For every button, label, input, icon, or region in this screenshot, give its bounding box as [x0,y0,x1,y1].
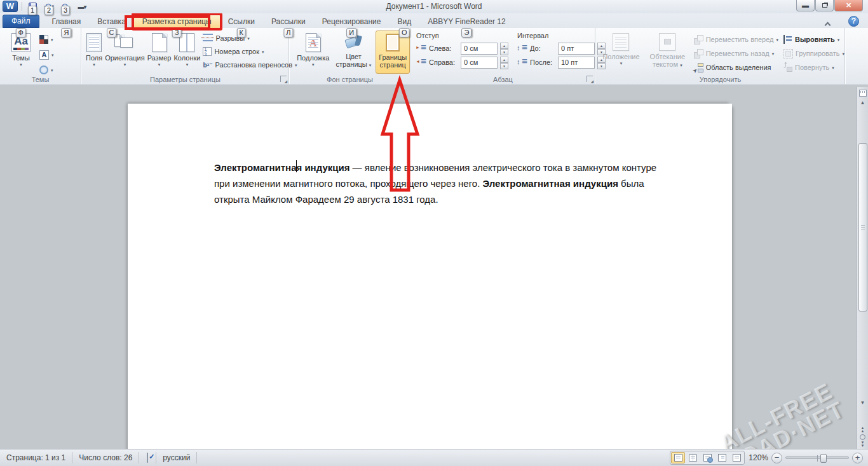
tab-review[interactable]: Рецензирование И [314,15,390,28]
theme-colors-button[interactable]: ▾ [39,33,54,46]
line-numbers-button[interactable]: 123 Номера строк ▾ [203,45,297,58]
dropdown-arrow-icon: ▾ [247,36,250,41]
hyphenation-button[interactable]: bᵃ⁻ Расстановка переносов ▾ [203,58,297,71]
keytip-file: Ф [16,28,26,38]
zoom-slider-thumb[interactable] [820,454,827,463]
tab-view[interactable]: Вид О [389,15,419,28]
ruler-toggle-button[interactable] [859,90,867,97]
position-button[interactable]: Положение ▾ [601,31,641,74]
selection-pane-button[interactable]: Область выделения [694,61,778,74]
zoom-slider[interactable] [785,456,849,459]
language-indicator[interactable]: русский [156,452,197,463]
chevron-up-icon [824,22,831,29]
paragraph-segment: Электромагнитная индукция [482,178,618,189]
outline-view-icon [718,454,726,462]
tab-references[interactable]: Ссылки К [220,15,263,28]
restore-icon [822,3,827,8]
scroll-up-button[interactable]: ▲ [858,98,868,108]
vertical-scrollbar[interactable]: ▲ ▼ ▲▲ ▼▼ [857,87,868,449]
tab-abbyy-finereader[interactable]: ABBYY FineReader 12 Э [419,15,514,28]
watermark-button[interactable]: A Подложка ▾ [295,31,332,74]
theme-fonts-button[interactable]: A▾ [39,48,54,61]
selection-pane-icon [694,63,703,72]
close-button[interactable]: ✕ [834,0,863,11]
restore-button[interactable] [815,0,834,11]
web-layout-view-button[interactable] [700,452,714,463]
tab-insert[interactable]: Вставка С [89,15,134,28]
previous-page-button[interactable]: ▲▲ [861,427,865,433]
document-page[interactable]: Электромагнитная индукция — явление возн… [128,104,732,449]
outline-view-button[interactable] [715,452,729,463]
zoom-in-button[interactable]: + [852,453,863,463]
indent-left-input[interactable]: 0 см [461,43,498,55]
tab-mailings[interactable]: Рассылки Л [263,15,314,28]
keytip-page-layout: З [172,28,182,38]
draft-view-icon [733,454,741,462]
site-watermark: ALL-FREE LOAD·NET [714,379,848,449]
theme-effects-button[interactable]: ▾ [39,64,54,76]
zoom-level-label[interactable]: 120% [749,453,768,462]
wrap-text-button[interactable]: Обтекание текстом ▾ [646,31,689,74]
keytip-repeat: 3 [61,6,70,15]
help-button[interactable]: ? [848,16,859,27]
fullscreen-reading-view-button[interactable] [686,452,700,463]
indent-right-input[interactable]: 0 см [461,57,498,69]
spacing-after-icon [517,58,527,67]
scroll-thumb[interactable] [858,143,867,312]
ribbon: Aa Темы ▾ ▾ A▾ ▾ Темы Поля [0,28,868,85]
scroll-down-button[interactable]: ▼ [858,398,868,408]
group-objects-button[interactable]: Группировать ▾ [783,47,844,60]
theme-fonts-icon: A [39,50,49,60]
tab-file[interactable]: Файл Ф [3,15,39,28]
margins-button[interactable]: Поля ▾ [86,31,102,71]
dropdown-arrow-icon: ▾ [772,51,775,56]
indent-left-icon [416,44,426,53]
size-button[interactable]: Размер ▾ [147,31,172,71]
dropdown-arrow-icon: ▾ [93,62,95,67]
spacing-before-icon [517,44,527,53]
align-button[interactable]: Выровнять ▾ [783,33,844,46]
group-title-page-background: Фон страницы [290,76,410,83]
dropdown-arrow-icon: ▾ [620,61,623,65]
minimize-button[interactable]: ▬ [796,0,815,11]
align-icon [783,35,792,44]
word-count-indicator[interactable]: Число слов: 26 [72,452,139,463]
indent-left-stepper[interactable]: ▲▼ [500,43,508,55]
indent-right-icon [416,58,426,67]
keytip-insert: С [107,28,117,38]
watermark-icon: A [306,33,321,52]
spellcheck-indicator[interactable] [139,452,156,463]
indent-right-stepper[interactable]: ▲▼ [500,57,508,69]
spacing-before-input[interactable]: 0 пт [558,43,595,55]
spin-down-icon: ▼ [500,49,508,55]
print-layout-view-button[interactable] [671,452,685,463]
collapse-ribbon-button[interactable] [822,18,832,26]
next-page-button[interactable]: ▼▼ [861,441,865,448]
send-backward-button[interactable]: Переместить назад ▾ [694,47,778,60]
group-title-paragraph: Абзац [411,76,595,83]
select-browse-object-button[interactable] [860,434,865,440]
zoom-out-button[interactable]: − [771,453,782,463]
dialog-launcher-icon[interactable] [280,76,287,82]
spin-down-icon: ▼ [500,63,508,69]
group-paragraph: Отступ Слева: 0 см ▲▼ Справа: 0 см ▲▼ Ин… [411,28,595,84]
spellcheck-icon [147,453,148,463]
page-number-indicator[interactable]: Страница: 1 из 1 [0,452,72,463]
dropdown-arrow-icon: ▾ [312,62,315,67]
theme-effects-icon [39,65,48,74]
dropdown-arrow-icon: ▾ [842,51,844,56]
draft-view-button[interactable] [729,452,743,463]
group-title-arrange: Упорядочить [596,76,844,83]
tab-page-layout[interactable]: Разметка страницы З [134,15,220,28]
tab-home[interactable]: Главная Я [44,15,90,28]
dialog-launcher-icon[interactable] [587,76,593,82]
spacing-after-input[interactable]: 10 пт [558,57,595,69]
wrap-text-icon [659,33,675,51]
keytip-review: И [346,28,356,38]
position-icon [613,33,629,51]
rotate-button[interactable]: Повернуть ▾ [783,61,844,74]
bring-forward-button[interactable]: Переместить вперед ▾ [694,33,778,46]
dropdown-arrow-icon: ▾ [837,38,840,42]
columns-icon [179,33,194,52]
dropdown-arrow-icon: ▾ [158,62,161,67]
